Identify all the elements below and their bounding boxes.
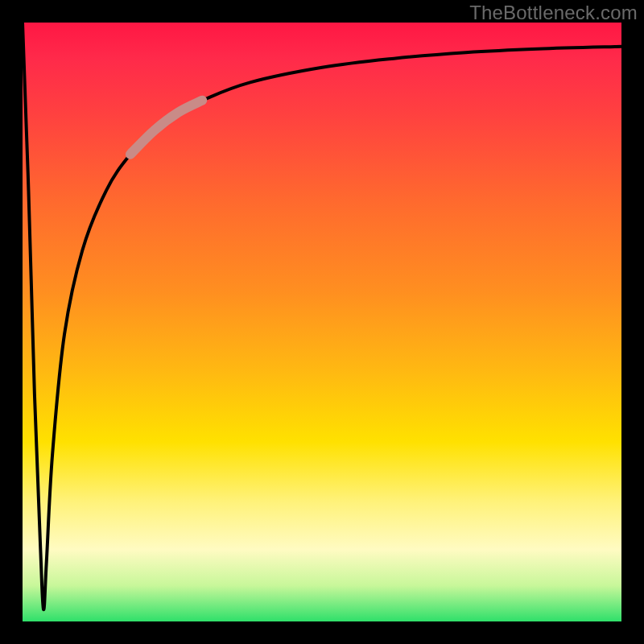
- plot-area: [23, 23, 621, 621]
- bottleneck-curve: [23, 23, 621, 609]
- bottleneck-curve-highlight: [130, 101, 202, 155]
- chart-frame: TheBottleneck.com: [0, 0, 644, 644]
- curve-layer: [23, 23, 621, 621]
- watermark-text: TheBottleneck.com: [469, 2, 638, 24]
